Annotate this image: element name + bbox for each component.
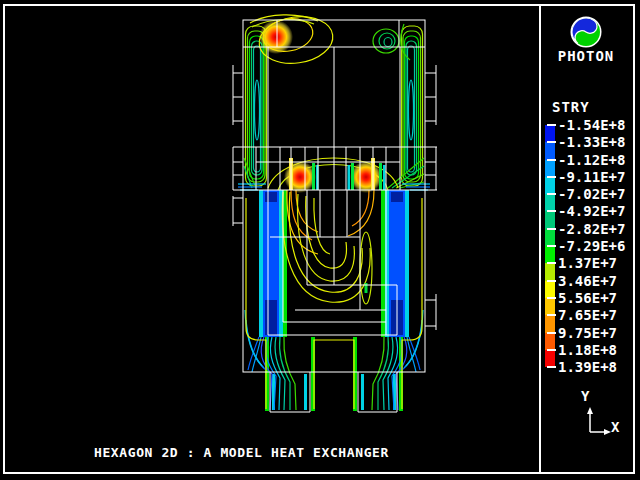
legend-tick-mark bbox=[547, 349, 556, 351]
legend-tick-mark bbox=[547, 228, 556, 230]
legend-tick-row: -7.29E+6 bbox=[547, 237, 625, 254]
legend-tick-row: 3.46E+7 bbox=[547, 272, 625, 289]
legend-panel-divider bbox=[539, 4, 541, 474]
y-axis-label: Y bbox=[581, 388, 589, 404]
legend-scale: -1.54E+8 -1.33E+8 -1.12E+8 -9.11E+7 -7.0… bbox=[547, 116, 625, 375]
legend-tick-mark bbox=[547, 280, 556, 282]
legend-variable-title: STRY bbox=[552, 99, 590, 115]
legend-value-label: -2.82E+7 bbox=[558, 221, 625, 237]
photon-logo-icon bbox=[567, 13, 605, 51]
legend-value-label: 3.46E+7 bbox=[558, 273, 617, 289]
legend-value-label: 7.65E+7 bbox=[558, 307, 617, 323]
legend-value-label: 1.39E+8 bbox=[558, 359, 617, 375]
legend-tick-row: -1.12E+8 bbox=[547, 151, 625, 168]
legend-tick-row: -9.11E+7 bbox=[547, 168, 625, 185]
legend-tick-row: -1.33E+8 bbox=[547, 134, 625, 151]
legend-tick-mark bbox=[547, 176, 556, 178]
legend-value-label: -9.11E+7 bbox=[558, 169, 625, 185]
photon-screen: PHOTON STRY -1.54E+8 -1.33E+8 -1.12E+8 -… bbox=[0, 0, 640, 480]
legend-tick-row: 5.56E+7 bbox=[547, 289, 625, 306]
legend-tick-mark bbox=[547, 366, 556, 368]
legend-tick-mark bbox=[547, 124, 556, 126]
legend-tick-row: -7.02E+7 bbox=[547, 186, 625, 203]
legend-value-label: -1.33E+8 bbox=[558, 134, 625, 150]
legend-tick-mark bbox=[547, 210, 556, 212]
legend-tick-mark bbox=[547, 314, 556, 316]
legend-tick-mark bbox=[547, 332, 556, 334]
legend-tick-row: -1.54E+8 bbox=[547, 116, 625, 133]
x-axis-label: X bbox=[611, 419, 619, 435]
legend-value-label: -1.54E+8 bbox=[558, 117, 625, 133]
legend-value-label: -1.12E+8 bbox=[558, 152, 625, 168]
plot-title-caption: HEXAGON 2D : A MODEL HEAT EXCHANGER bbox=[94, 445, 389, 460]
legend-tick-mark bbox=[547, 245, 556, 247]
legend-value-label: 9.75E+7 bbox=[558, 325, 617, 341]
photon-app-name: PHOTON bbox=[546, 48, 626, 64]
legend-tick-row: 1.18E+8 bbox=[547, 341, 625, 358]
legend-value-label: -4.92E+7 bbox=[558, 203, 625, 219]
legend-tick-mark bbox=[547, 141, 556, 143]
legend-tick-mark bbox=[547, 297, 556, 299]
legend-tick-row: -4.92E+7 bbox=[547, 203, 625, 220]
legend-value-label: -7.02E+7 bbox=[558, 186, 625, 202]
legend-tick-mark bbox=[547, 262, 556, 264]
legend-value-label: 5.56E+7 bbox=[558, 290, 617, 306]
legend-value-label: 1.18E+8 bbox=[558, 342, 617, 358]
legend-tick-mark bbox=[547, 193, 556, 195]
legend-tick-row: -2.82E+7 bbox=[547, 220, 625, 237]
legend-value-label: 1.37E+7 bbox=[558, 255, 617, 271]
legend-tick-row: 1.37E+7 bbox=[547, 255, 625, 272]
legend-tick-row: 9.75E+7 bbox=[547, 324, 625, 341]
legend-tick-row: 1.39E+8 bbox=[547, 359, 625, 376]
legend-tick-mark bbox=[547, 159, 556, 161]
legend-value-label: -7.29E+6 bbox=[558, 238, 625, 254]
legend-tick-row: 7.65E+7 bbox=[547, 307, 625, 324]
